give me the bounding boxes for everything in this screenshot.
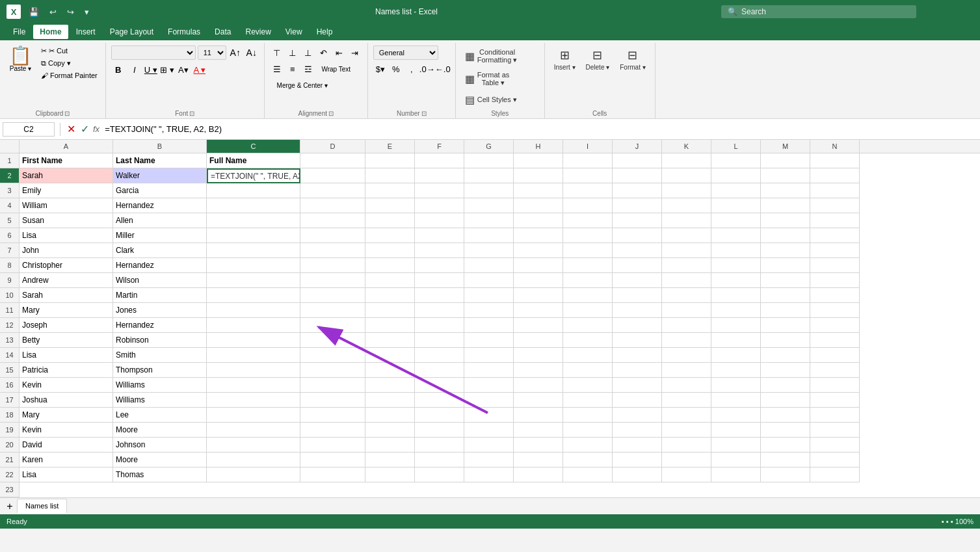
cell-e23[interactable]	[365, 467, 415, 482]
cell-i22[interactable]	[563, 453, 613, 467]
cell-j13[interactable]	[613, 318, 662, 333]
cell-a12[interactable]: Mary	[20, 303, 113, 318]
cell-d1[interactable]	[300, 153, 365, 168]
cell-k21[interactable]	[662, 438, 711, 453]
cell-g17[interactable]	[464, 378, 514, 393]
cell-a8[interactable]: John	[20, 243, 113, 258]
cell-b5[interactable]: Hernandez	[113, 198, 207, 213]
cell-h10[interactable]	[514, 273, 563, 288]
align-right-button[interactable]: ☲	[301, 62, 315, 76]
cell-b12[interactable]: Jones	[113, 303, 207, 318]
cell-l17[interactable]	[711, 378, 761, 393]
cell-j8[interactable]	[613, 243, 662, 258]
cell-n5[interactable]	[810, 198, 860, 213]
cell-m8[interactable]	[761, 243, 810, 258]
cell-j7[interactable]	[613, 228, 662, 243]
cell-c6[interactable]	[207, 213, 300, 228]
cell-m12[interactable]	[761, 303, 810, 318]
cell-n22[interactable]	[810, 453, 860, 467]
cell-f6[interactable]	[415, 213, 464, 228]
cell-c21[interactable]	[207, 438, 300, 453]
cell-i10[interactable]	[563, 273, 613, 288]
cell-g23[interactable]	[464, 467, 514, 482]
col-header-f[interactable]: F	[415, 140, 464, 153]
alignment-expand-icon[interactable]: ⊡	[328, 110, 334, 117]
align-top-button[interactable]: ⊤	[270, 46, 284, 60]
cell-g20[interactable]	[464, 423, 514, 438]
cell-l2[interactable]	[711, 168, 761, 183]
menu-formulas[interactable]: Formulas	[161, 25, 207, 39]
cell-l1[interactable]	[711, 153, 761, 168]
cell-h13[interactable]	[514, 318, 563, 333]
percent-button[interactable]: %	[389, 62, 403, 76]
cell-e17[interactable]	[365, 378, 415, 393]
row-num-19[interactable]: 19	[0, 423, 20, 438]
cell-b18[interactable]: Williams	[113, 393, 207, 408]
row-num-8[interactable]: 8	[0, 258, 20, 273]
cell-b8[interactable]: Clark	[113, 243, 207, 258]
cell-h2[interactable]	[514, 168, 563, 183]
cell-b6[interactable]: Allen	[113, 213, 207, 228]
cell-k2[interactable]	[662, 168, 711, 183]
row-num-12[interactable]: 12	[0, 318, 20, 333]
cell-b13[interactable]: Hernandez	[113, 318, 207, 333]
align-center-button[interactable]: ≡	[285, 62, 300, 76]
cell-g15[interactable]	[464, 348, 514, 363]
cell-f21[interactable]	[415, 438, 464, 453]
cell-k1[interactable]	[662, 153, 711, 168]
cell-a18[interactable]: Joshua	[20, 393, 113, 408]
cell-n6[interactable]	[810, 213, 860, 228]
cell-b19[interactable]: Lee	[113, 408, 207, 423]
cell-i1[interactable]	[563, 153, 613, 168]
col-header-a[interactable]: A	[20, 140, 113, 153]
cell-m17[interactable]	[761, 378, 810, 393]
cell-n10[interactable]	[810, 273, 860, 288]
cell-l6[interactable]	[711, 213, 761, 228]
cell-h18[interactable]	[514, 393, 563, 408]
conditional-formatting-button[interactable]: ▦ ConditionalFormatting ▾	[461, 46, 539, 67]
menu-file[interactable]: File	[7, 25, 32, 39]
col-header-k[interactable]: K	[662, 140, 711, 153]
cell-l15[interactable]	[711, 348, 761, 363]
indent-inc-button[interactable]: ⇥	[348, 46, 362, 60]
cell-h6[interactable]	[514, 213, 563, 228]
cell-j1[interactable]	[613, 153, 662, 168]
col-header-l[interactable]: L	[711, 140, 761, 153]
cell-h4[interactable]	[514, 183, 563, 198]
cell-d2[interactable]	[300, 168, 365, 183]
menu-insert[interactable]: Insert	[70, 25, 102, 39]
cell-f16[interactable]	[415, 363, 464, 378]
cell-h21[interactable]	[514, 438, 563, 453]
cell-d19[interactable]	[300, 408, 365, 423]
bold-button[interactable]: B	[111, 62, 126, 77]
cell-d17[interactable]	[300, 378, 365, 393]
cell-k14[interactable]	[662, 333, 711, 348]
cell-k5[interactable]	[662, 198, 711, 213]
cell-g18[interactable]	[464, 393, 514, 408]
cell-a9[interactable]: Christopher	[20, 258, 113, 273]
formula-input[interactable]	[105, 124, 977, 134]
cell-c2[interactable]: =TEXTJOIN(" ", TRUE, A2, B2)	[207, 168, 300, 183]
cell-a17[interactable]: Kevin	[20, 378, 113, 393]
cell-k23[interactable]	[662, 467, 711, 482]
cell-a10[interactable]: Andrew	[20, 273, 113, 288]
cell-f13[interactable]	[415, 318, 464, 333]
cell-i11[interactable]	[563, 288, 613, 303]
row-num-11[interactable]: 11	[0, 303, 20, 318]
cell-h16[interactable]	[514, 363, 563, 378]
cell-j19[interactable]	[613, 408, 662, 423]
row-num-2[interactable]: 2	[0, 168, 20, 183]
cell-j11[interactable]	[613, 288, 662, 303]
indent-dec-button[interactable]: ⇤	[332, 46, 347, 60]
cell-m4[interactable]	[761, 183, 810, 198]
cell-l14[interactable]	[711, 333, 761, 348]
cell-m6[interactable]	[761, 213, 810, 228]
cell-e11[interactable]	[365, 288, 415, 303]
cell-f22[interactable]	[415, 453, 464, 467]
format-cells-button[interactable]: ⊟ Format ▾	[616, 46, 649, 73]
underline-button[interactable]: U ▾	[144, 62, 158, 77]
cell-h19[interactable]	[514, 408, 563, 423]
cell-d11[interactable]	[300, 288, 365, 303]
cell-k20[interactable]	[662, 423, 711, 438]
cell-k16[interactable]	[662, 363, 711, 378]
